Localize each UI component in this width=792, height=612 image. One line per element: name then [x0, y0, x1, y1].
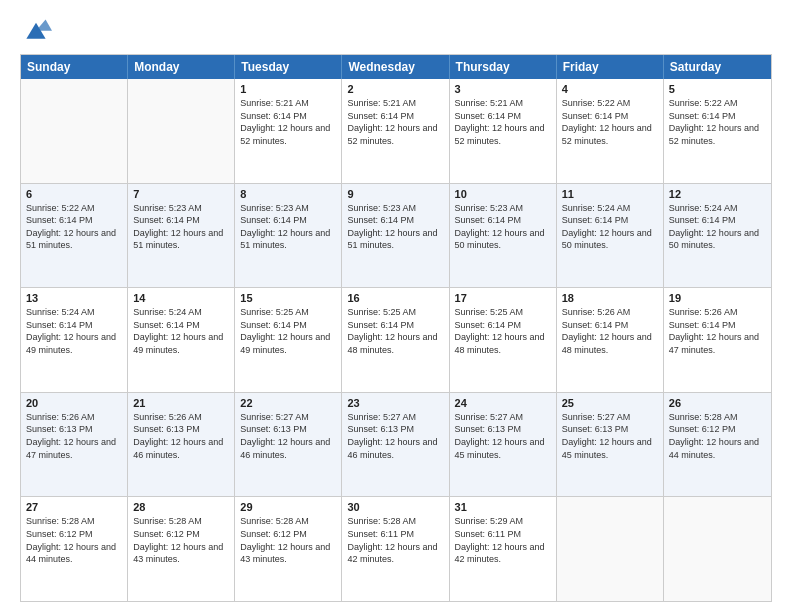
- day-number: 17: [455, 292, 551, 304]
- calendar-day-23: 23Sunrise: 5:27 AM Sunset: 6:13 PM Dayli…: [342, 393, 449, 497]
- calendar-day-10: 10Sunrise: 5:23 AM Sunset: 6:14 PM Dayli…: [450, 184, 557, 288]
- calendar-day-16: 16Sunrise: 5:25 AM Sunset: 6:14 PM Dayli…: [342, 288, 449, 392]
- calendar-day-17: 17Sunrise: 5:25 AM Sunset: 6:14 PM Dayli…: [450, 288, 557, 392]
- day-info: Sunrise: 5:26 AM Sunset: 6:13 PM Dayligh…: [26, 411, 122, 461]
- day-info: Sunrise: 5:25 AM Sunset: 6:14 PM Dayligh…: [347, 306, 443, 356]
- day-info: Sunrise: 5:26 AM Sunset: 6:14 PM Dayligh…: [669, 306, 766, 356]
- header-day-wednesday: Wednesday: [342, 55, 449, 79]
- calendar-day-15: 15Sunrise: 5:25 AM Sunset: 6:14 PM Dayli…: [235, 288, 342, 392]
- day-info: Sunrise: 5:28 AM Sunset: 6:12 PM Dayligh…: [133, 515, 229, 565]
- calendar-day-29: 29Sunrise: 5:28 AM Sunset: 6:12 PM Dayli…: [235, 497, 342, 601]
- day-number: 18: [562, 292, 658, 304]
- day-number: 4: [562, 83, 658, 95]
- calendar-day-28: 28Sunrise: 5:28 AM Sunset: 6:12 PM Dayli…: [128, 497, 235, 601]
- day-info: Sunrise: 5:26 AM Sunset: 6:14 PM Dayligh…: [562, 306, 658, 356]
- calendar-day-20: 20Sunrise: 5:26 AM Sunset: 6:13 PM Dayli…: [21, 393, 128, 497]
- calendar-empty: [128, 79, 235, 183]
- day-info: Sunrise: 5:21 AM Sunset: 6:14 PM Dayligh…: [455, 97, 551, 147]
- day-number: 15: [240, 292, 336, 304]
- day-number: 22: [240, 397, 336, 409]
- day-info: Sunrise: 5:27 AM Sunset: 6:13 PM Dayligh…: [347, 411, 443, 461]
- day-number: 9: [347, 188, 443, 200]
- calendar-day-8: 8Sunrise: 5:23 AM Sunset: 6:14 PM Daylig…: [235, 184, 342, 288]
- calendar-day-11: 11Sunrise: 5:24 AM Sunset: 6:14 PM Dayli…: [557, 184, 664, 288]
- calendar-day-1: 1Sunrise: 5:21 AM Sunset: 6:14 PM Daylig…: [235, 79, 342, 183]
- calendar-day-19: 19Sunrise: 5:26 AM Sunset: 6:14 PM Dayli…: [664, 288, 771, 392]
- day-info: Sunrise: 5:28 AM Sunset: 6:12 PM Dayligh…: [26, 515, 122, 565]
- day-number: 23: [347, 397, 443, 409]
- logo-icon: [20, 16, 52, 44]
- day-number: 7: [133, 188, 229, 200]
- calendar-header: SundayMondayTuesdayWednesdayThursdayFrid…: [21, 55, 771, 79]
- day-number: 29: [240, 501, 336, 513]
- calendar-week-3: 20Sunrise: 5:26 AM Sunset: 6:13 PM Dayli…: [21, 392, 771, 497]
- calendar-day-12: 12Sunrise: 5:24 AM Sunset: 6:14 PM Dayli…: [664, 184, 771, 288]
- calendar-day-24: 24Sunrise: 5:27 AM Sunset: 6:13 PM Dayli…: [450, 393, 557, 497]
- calendar-day-30: 30Sunrise: 5:28 AM Sunset: 6:11 PM Dayli…: [342, 497, 449, 601]
- calendar-day-18: 18Sunrise: 5:26 AM Sunset: 6:14 PM Dayli…: [557, 288, 664, 392]
- calendar-week-4: 27Sunrise: 5:28 AM Sunset: 6:12 PM Dayli…: [21, 496, 771, 601]
- day-number: 25: [562, 397, 658, 409]
- day-number: 3: [455, 83, 551, 95]
- day-info: Sunrise: 5:27 AM Sunset: 6:13 PM Dayligh…: [562, 411, 658, 461]
- day-info: Sunrise: 5:24 AM Sunset: 6:14 PM Dayligh…: [562, 202, 658, 252]
- svg-marker-1: [36, 20, 52, 31]
- header-day-friday: Friday: [557, 55, 664, 79]
- header-day-monday: Monday: [128, 55, 235, 79]
- calendar-day-7: 7Sunrise: 5:23 AM Sunset: 6:14 PM Daylig…: [128, 184, 235, 288]
- day-info: Sunrise: 5:25 AM Sunset: 6:14 PM Dayligh…: [455, 306, 551, 356]
- day-number: 20: [26, 397, 122, 409]
- calendar-day-27: 27Sunrise: 5:28 AM Sunset: 6:12 PM Dayli…: [21, 497, 128, 601]
- calendar: SundayMondayTuesdayWednesdayThursdayFrid…: [20, 54, 772, 602]
- day-info: Sunrise: 5:23 AM Sunset: 6:14 PM Dayligh…: [133, 202, 229, 252]
- day-number: 13: [26, 292, 122, 304]
- calendar-day-14: 14Sunrise: 5:24 AM Sunset: 6:14 PM Dayli…: [128, 288, 235, 392]
- day-number: 5: [669, 83, 766, 95]
- day-info: Sunrise: 5:23 AM Sunset: 6:14 PM Dayligh…: [240, 202, 336, 252]
- day-info: Sunrise: 5:24 AM Sunset: 6:14 PM Dayligh…: [133, 306, 229, 356]
- day-info: Sunrise: 5:24 AM Sunset: 6:14 PM Dayligh…: [669, 202, 766, 252]
- day-info: Sunrise: 5:25 AM Sunset: 6:14 PM Dayligh…: [240, 306, 336, 356]
- calendar-day-22: 22Sunrise: 5:27 AM Sunset: 6:13 PM Dayli…: [235, 393, 342, 497]
- calendar-day-25: 25Sunrise: 5:27 AM Sunset: 6:13 PM Dayli…: [557, 393, 664, 497]
- day-number: 1: [240, 83, 336, 95]
- header-day-tuesday: Tuesday: [235, 55, 342, 79]
- calendar-day-26: 26Sunrise: 5:28 AM Sunset: 6:12 PM Dayli…: [664, 393, 771, 497]
- day-info: Sunrise: 5:28 AM Sunset: 6:11 PM Dayligh…: [347, 515, 443, 565]
- day-number: 10: [455, 188, 551, 200]
- day-info: Sunrise: 5:24 AM Sunset: 6:14 PM Dayligh…: [26, 306, 122, 356]
- calendar-day-5: 5Sunrise: 5:22 AM Sunset: 6:14 PM Daylig…: [664, 79, 771, 183]
- logo: [20, 16, 56, 44]
- day-info: Sunrise: 5:21 AM Sunset: 6:14 PM Dayligh…: [347, 97, 443, 147]
- calendar-day-3: 3Sunrise: 5:21 AM Sunset: 6:14 PM Daylig…: [450, 79, 557, 183]
- calendar-day-6: 6Sunrise: 5:22 AM Sunset: 6:14 PM Daylig…: [21, 184, 128, 288]
- day-info: Sunrise: 5:28 AM Sunset: 6:12 PM Dayligh…: [240, 515, 336, 565]
- day-info: Sunrise: 5:26 AM Sunset: 6:13 PM Dayligh…: [133, 411, 229, 461]
- day-number: 11: [562, 188, 658, 200]
- day-number: 28: [133, 501, 229, 513]
- calendar-day-2: 2Sunrise: 5:21 AM Sunset: 6:14 PM Daylig…: [342, 79, 449, 183]
- day-number: 6: [26, 188, 122, 200]
- header-day-saturday: Saturday: [664, 55, 771, 79]
- day-number: 30: [347, 501, 443, 513]
- day-info: Sunrise: 5:29 AM Sunset: 6:11 PM Dayligh…: [455, 515, 551, 565]
- day-number: 31: [455, 501, 551, 513]
- day-number: 26: [669, 397, 766, 409]
- day-info: Sunrise: 5:27 AM Sunset: 6:13 PM Dayligh…: [240, 411, 336, 461]
- calendar-empty: [21, 79, 128, 183]
- day-number: 2: [347, 83, 443, 95]
- header-day-sunday: Sunday: [21, 55, 128, 79]
- day-number: 16: [347, 292, 443, 304]
- day-number: 24: [455, 397, 551, 409]
- header-day-thursday: Thursday: [450, 55, 557, 79]
- day-number: 19: [669, 292, 766, 304]
- day-number: 14: [133, 292, 229, 304]
- calendar-week-0: 1Sunrise: 5:21 AM Sunset: 6:14 PM Daylig…: [21, 79, 771, 183]
- calendar-week-2: 13Sunrise: 5:24 AM Sunset: 6:14 PM Dayli…: [21, 287, 771, 392]
- calendar-day-9: 9Sunrise: 5:23 AM Sunset: 6:14 PM Daylig…: [342, 184, 449, 288]
- day-number: 21: [133, 397, 229, 409]
- day-info: Sunrise: 5:22 AM Sunset: 6:14 PM Dayligh…: [26, 202, 122, 252]
- day-info: Sunrise: 5:21 AM Sunset: 6:14 PM Dayligh…: [240, 97, 336, 147]
- calendar-week-1: 6Sunrise: 5:22 AM Sunset: 6:14 PM Daylig…: [21, 183, 771, 288]
- day-number: 12: [669, 188, 766, 200]
